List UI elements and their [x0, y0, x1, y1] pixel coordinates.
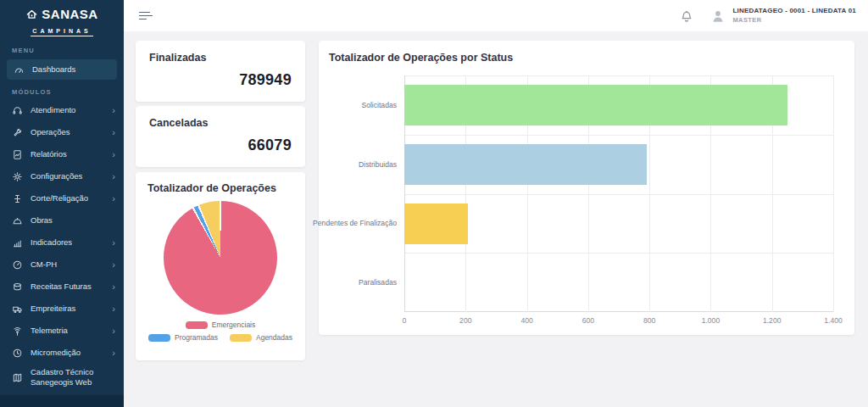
gridline-horizontal [404, 75, 833, 76]
gauge-icon [12, 259, 24, 270]
bar-category-label: Distribuidas [329, 135, 404, 194]
report-icon [12, 148, 24, 160]
sidebar-item-receitas-futuras[interactable]: Receitas Futuras› [0, 276, 124, 298]
x-tick-label: 1.000 [702, 316, 721, 325]
bar-pendentes-de-finalizacao [404, 204, 468, 244]
card-canceladas: Canceladas 66079 [136, 106, 305, 167]
card-canceladas-title: Canceladas [149, 117, 292, 129]
sidebar-item-label: Atendimento [31, 105, 75, 115]
sidebar-item-atendimento[interactable]: Atendimento› [0, 99, 124, 121]
sidebar-nav: MENUDashboardsMÓDULOSAtendimento›Operaçõ… [0, 40, 124, 392]
gridline-vertical [833, 75, 834, 312]
bar-chart-plot [404, 75, 833, 312]
helmet-icon [12, 215, 24, 226]
sidebar-item-label: Corte/Religação [31, 193, 88, 204]
pie-legend: EmergenciaisProgramadasAgendadas [147, 321, 293, 342]
legend-item-emergenciais[interactable]: Emergenciais [186, 321, 256, 329]
meter-icon [12, 347, 24, 359]
logo-title: SANASA [42, 7, 97, 21]
app-logo[interactable]: SANASA CAMPINAS [0, 0, 124, 40]
sidebar-item-label: Receitas Futuras [31, 282, 92, 292]
legend-item-agendadas[interactable]: Agendadas [230, 333, 292, 342]
truck-icon [12, 303, 24, 315]
sidebar-item-cadastro-tecnico-sanegeogis-web[interactable]: Cadastro TécnicoSanegeogis Web [0, 364, 124, 392]
sidebar-item-label: Cadastro TécnicoSanegeogis Web [31, 367, 93, 388]
sidebar-item-micromedicao[interactable]: Micromedição› [0, 342, 124, 364]
pie-chart-title: Totalizador de Operações [147, 182, 293, 194]
sidebar-item-indicadores[interactable]: Indicadores› [0, 231, 124, 254]
pie-chart [164, 201, 277, 315]
legend-label: Programadas [175, 333, 218, 342]
x-tick-label: 200 [459, 316, 471, 325]
sidebar-item-corte-religacao[interactable]: Corte/Religação› [0, 187, 124, 209]
bar-category-label: Paralisadas [329, 253, 404, 312]
bar-chart-x-axis: 02004006008001.0001.2001.400 [404, 312, 833, 327]
user-role: MASTER [732, 16, 856, 25]
chevron-right-icon: › [108, 106, 115, 115]
card-bar-chart: Totalizador de Operações por Status Soli… [319, 41, 854, 335]
legend-swatch [186, 321, 208, 329]
pipe-icon [12, 192, 24, 204]
sidebar-item-label: Relatórios [31, 149, 67, 159]
sidebar-item-label: CM-PH [31, 259, 57, 270]
chevron-right-icon: › [108, 150, 115, 159]
legend-swatch [230, 334, 252, 342]
card-pie-chart: Totalizador de Operações EmergenciaisPro… [136, 172, 305, 360]
bar-category-label: Solicitadas [329, 75, 404, 135]
gridline-horizontal [404, 135, 833, 136]
chart-growth-icon [12, 237, 24, 248]
sidebar-item-configuracoes[interactable]: Configurações› [0, 165, 124, 187]
chevron-right-icon: › [108, 282, 115, 292]
sidebar-item-obras[interactable]: Obras [0, 209, 124, 231]
sidebar-item-telemetria[interactable]: Telemetria› [0, 320, 124, 342]
sidebar-item-label: Micromedição [31, 348, 81, 358]
sidebar-item-label: Empreiteiras [31, 304, 75, 314]
user-menu[interactable]: LINEDATAGEO - 0001 - LINEDATA 01 MASTER [732, 7, 856, 25]
antenna-icon [12, 325, 24, 337]
sidebar-footer [0, 395, 124, 407]
card-finalizadas: Finalizadas 789949 [136, 41, 305, 102]
chevron-right-icon: › [108, 172, 115, 181]
bar-chart-y-labels: SolicitadasDistribuidasPendentes de Fina… [329, 75, 404, 312]
gridline-horizontal [404, 253, 833, 254]
x-tick-label: 0 [403, 316, 407, 325]
card-finalizadas-value: 789949 [149, 71, 292, 89]
chevron-right-icon: › [108, 304, 115, 314]
sidebar-item-label: Configurações [31, 171, 82, 181]
card-canceladas-value: 66079 [149, 137, 292, 154]
sidebar-section-label: MÓDULOS [0, 81, 124, 99]
top-header: LINEDATAGEO - 0001 - LINEDATA 01 MASTER [124, 0, 868, 31]
legend-item-programadas[interactable]: Programadas [148, 333, 218, 342]
tools-icon [12, 126, 24, 138]
sidebar-item-dashboards[interactable]: Dashboards [7, 59, 117, 80]
x-tick-label: 600 [582, 316, 594, 325]
bar-distribuidas [404, 144, 647, 185]
sidebar-item-label: Operações [31, 127, 70, 137]
map-icon [12, 371, 24, 383]
bar-category-label: Pendentes de Finalização [329, 194, 404, 254]
sidebar-item-cm-ph[interactable]: CM-PH› [0, 254, 124, 276]
card-finalizadas-title: Finalizadas [149, 52, 292, 64]
chevron-right-icon: › [108, 260, 115, 270]
main-content: Finalizadas 789949 Canceladas 66079 Tota… [124, 31, 868, 407]
sidebar-item-label: Dashboards [32, 64, 75, 75]
bar-chart-title: Totalizador de Operações por Status [329, 52, 844, 64]
legend-label: Agendadas [256, 333, 292, 342]
bell-icon[interactable] [680, 9, 693, 23]
x-tick-label: 800 [643, 316, 655, 325]
x-tick-label: 400 [520, 316, 532, 325]
chevron-right-icon: › [108, 128, 115, 137]
gear-icon [12, 170, 24, 182]
hamburger-icon[interactable] [136, 8, 156, 24]
sidebar-item-label: Obras [31, 215, 53, 226]
coins-icon [12, 281, 24, 293]
gridline-horizontal [404, 194, 833, 195]
sidebar-item-label: Indicadores [31, 237, 72, 248]
x-tick-label: 1.400 [824, 316, 843, 325]
headset-icon [12, 104, 24, 116]
chevron-right-icon: › [108, 326, 115, 336]
sidebar-item-relatorios[interactable]: Relatórios› [0, 143, 124, 165]
sidebar-item-operacoes[interactable]: Operações› [0, 121, 124, 143]
user-avatar-icon[interactable] [710, 8, 726, 24]
sidebar-item-empreiteiras[interactable]: Empreiteiras› [0, 298, 124, 320]
